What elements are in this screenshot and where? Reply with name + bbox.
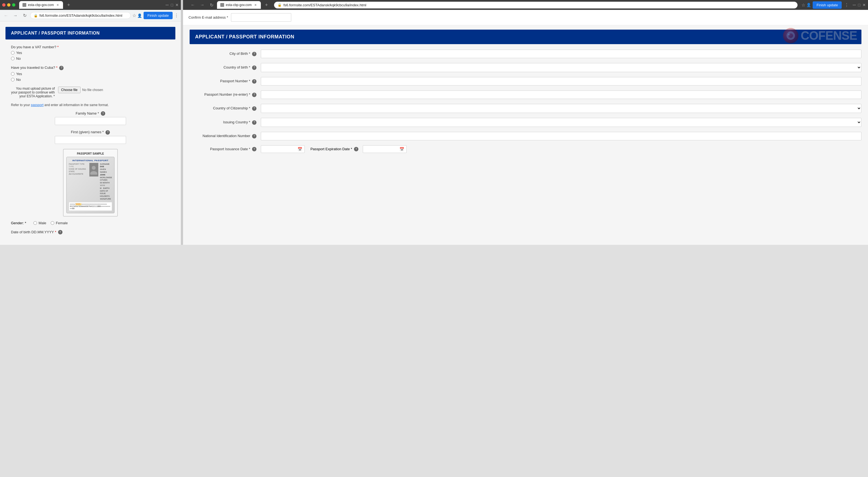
national-id-input-wrap	[261, 132, 861, 140]
country-of-birth-select[interactable]	[261, 63, 861, 72]
city-of-birth-input[interactable]	[261, 50, 861, 58]
dob-help-icon[interactable]: ?	[58, 230, 62, 234]
family-name-help-icon[interactable]: ?	[101, 111, 105, 116]
cuba-yes-text: Yes	[16, 72, 22, 76]
os-minimize-left[interactable]: ─	[165, 2, 168, 7]
passport-number-reenter-help[interactable]: ?	[252, 93, 256, 97]
right-section-header: APPLICANT / PASSPORT INFORMATION	[190, 30, 861, 44]
female-label[interactable]: Female	[51, 221, 68, 225]
passport-info: SURNAME DOE GIVEN NAMES JOHN WORLDWIDE C…	[100, 163, 112, 200]
country-of-citizenship-help[interactable]: ?	[252, 107, 256, 111]
star-icon-right[interactable]: ☆	[801, 2, 805, 8]
female-radio[interactable]	[51, 221, 54, 225]
os-maximize-right[interactable]: □	[858, 3, 860, 7]
vat-yes-label[interactable]: Yes	[11, 51, 170, 55]
reload-button-left[interactable]: ↻	[21, 12, 29, 20]
separator	[181, 0, 183, 245]
passport-number-input[interactable]	[261, 77, 861, 86]
male-radio[interactable]	[33, 221, 37, 225]
passport-sample-title: PASSPORT SAMPLE	[66, 152, 115, 155]
os-close-right[interactable]: ✕	[863, 3, 866, 7]
national-id-group: National Identification Number ?	[190, 132, 861, 140]
no-file-text: No file chosen	[82, 88, 103, 92]
os-maximize-left[interactable]: □	[171, 3, 173, 7]
vat-no-label[interactable]: No	[11, 57, 170, 61]
national-id-help[interactable]: ?	[252, 134, 256, 139]
file-input-area: Choose file No file chosen	[58, 87, 103, 93]
passport-expiration-calendar-icon[interactable]: 📅	[400, 147, 404, 151]
back-button-left[interactable]: ←	[2, 12, 10, 20]
country-of-birth-help[interactable]: ?	[252, 65, 256, 70]
os-minimize-right[interactable]: ─	[852, 2, 856, 7]
national-id-input[interactable]	[261, 132, 861, 140]
profile-icon-right[interactable]: 👤	[806, 3, 811, 7]
reload-button-right[interactable]: ↻	[208, 1, 215, 9]
family-name-input[interactable]	[55, 117, 126, 125]
passport-number-reenter-input-wrap	[261, 90, 861, 99]
passport-issuance-calendar-icon[interactable]: 📅	[298, 147, 302, 151]
svg-point-0	[92, 166, 96, 170]
forward-button-left[interactable]: →	[11, 12, 19, 20]
tab-favicon-right	[220, 3, 224, 7]
passport-upload-group: You must upload picture of your passport…	[11, 87, 170, 98]
url-bar-right[interactable]: 🔒 fs6.formsite.com/ESTAdansk/kqk9cbcu9a/…	[274, 2, 798, 8]
cuba-no-radio[interactable]	[11, 78, 14, 82]
profile-icon-left[interactable]: 👤	[137, 13, 142, 18]
passport-issuance-help[interactable]: ?	[252, 147, 256, 151]
close-tab-left[interactable]: ✕	[55, 3, 60, 7]
left-form: Do you have a VAT number? * Yes No	[5, 45, 175, 234]
browser-tab-left[interactable]: esta-cbp-gov.com ✕	[19, 1, 63, 9]
url-text-left: fs6.formsite.com/ESTAdansk/kqk9cbcu9a/in…	[39, 13, 122, 18]
issuing-country-help[interactable]: ?	[252, 120, 256, 125]
choose-file-button[interactable]: Choose file	[58, 87, 81, 93]
finish-update-button-right[interactable]: Finish update	[813, 1, 842, 9]
passport-number-reenter-input[interactable]	[261, 90, 861, 99]
male-label[interactable]: Male	[33, 221, 46, 225]
country-of-birth-group: Country of birth * ?	[190, 63, 861, 72]
right-title-bar: ← → ↻ esta-cbp-gov.com ✕ + 🔒 fs6.formsit…	[183, 0, 868, 10]
maximize-button[interactable]	[12, 3, 16, 7]
gender-label: Gender: *	[11, 221, 26, 225]
passport-expiration-label-wrap: Passport Expiration Date * ?	[309, 147, 359, 152]
passport-issuance-date-input[interactable]: 03/10/2015	[263, 147, 297, 151]
city-of-birth-help[interactable]: ?	[252, 52, 256, 56]
browser-tab-right[interactable]: esta-cbp-gov.com ✕	[217, 1, 261, 9]
os-close-left[interactable]: ✕	[175, 3, 179, 7]
menu-dots-left[interactable]: ⋮	[174, 13, 179, 18]
finish-update-button-left[interactable]: Finish update	[144, 12, 173, 19]
forward-button-right[interactable]: →	[198, 1, 206, 9]
close-tab-right[interactable]: ✕	[253, 3, 257, 7]
back-button-right[interactable]: ←	[189, 1, 197, 9]
cuba-yes-label[interactable]: Yes	[11, 72, 170, 76]
passport-number-help[interactable]: ?	[252, 79, 256, 84]
national-id-label: National Identification Number ?	[190, 134, 261, 139]
minimize-button[interactable]	[7, 3, 10, 7]
star-icon-left[interactable]: ☆	[132, 13, 136, 18]
cuba-no-label[interactable]: No	[11, 78, 170, 82]
cuba-question-group: Have you traveled to Cuba? * ? Yes No	[11, 65, 170, 82]
first-name-input[interactable]	[55, 136, 126, 144]
country-of-citizenship-select[interactable]	[261, 104, 861, 113]
issuing-country-label: Issuing Country * ?	[190, 120, 261, 125]
new-tab-button-right[interactable]: +	[262, 1, 270, 9]
menu-dots-right[interactable]: ⋮	[844, 2, 849, 8]
vat-question-group: Do you have a VAT number? * Yes No	[11, 45, 170, 61]
vat-yes-radio[interactable]	[11, 51, 14, 55]
cuba-yes-radio[interactable]	[11, 72, 14, 76]
new-tab-button-left[interactable]: +	[65, 1, 72, 9]
city-of-birth-group: City of Birth * ?	[190, 50, 861, 58]
left-title-bar: esta-cbp-gov.com ✕ + ─ □ ✕	[0, 0, 181, 10]
cuba-help-icon[interactable]: ?	[59, 66, 64, 70]
dob-label: Date of birth DD.MM.YYYY * ?	[11, 230, 170, 235]
passport-expiration-date-input[interactable]: 03/10/2025	[365, 147, 398, 151]
city-of-birth-input-wrap	[261, 50, 861, 58]
passport-link[interactable]: passport	[31, 103, 43, 107]
confirm-email-input[interactable]	[231, 13, 291, 22]
passport-expiration-help[interactable]: ?	[354, 147, 359, 151]
first-name-help-icon[interactable]: ?	[105, 130, 110, 135]
vat-no-radio[interactable]	[11, 57, 14, 60]
url-bar-left[interactable]: 🔒 fs6.formsite.com/ESTAdansk/kqk9cbcu9a/…	[30, 12, 131, 19]
url-text-right: fs6.formsite.com/ESTAdansk/kqk9cbcu9a/in…	[283, 3, 366, 7]
close-button[interactable]	[2, 3, 5, 7]
issuing-country-select[interactable]	[261, 118, 861, 127]
